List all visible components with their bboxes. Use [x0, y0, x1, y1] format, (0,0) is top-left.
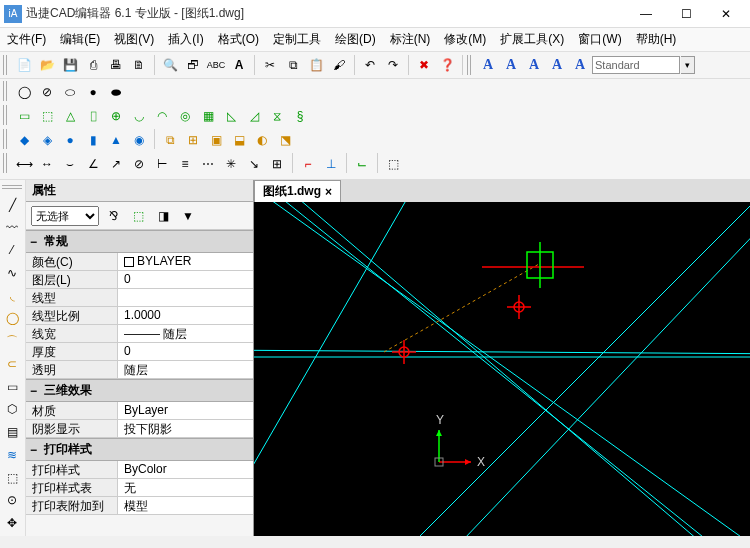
dim-arc-icon[interactable]: ⌣	[59, 153, 81, 175]
maximize-button[interactable]: ☐	[666, 1, 706, 27]
new-file-icon[interactable]: 📄	[13, 54, 35, 76]
solid-torus-icon[interactable]: ◉	[128, 129, 150, 151]
drawing-canvas[interactable]: X Y	[254, 202, 750, 536]
wave-tool-icon[interactable]: ≋	[2, 445, 22, 465]
circle-outline-icon[interactable]: ◯	[13, 81, 35, 103]
menu-dimension[interactable]: 标注(N)	[383, 28, 438, 51]
cylinder-outline-icon[interactable]: ⌷	[82, 105, 104, 127]
circle-tool-icon[interactable]: ◯	[2, 309, 22, 329]
polygon-tool-icon[interactable]: ⬡	[2, 400, 22, 420]
line-tool-icon[interactable]: ╱	[2, 195, 22, 215]
prop-row[interactable]: 线型	[26, 289, 253, 307]
menu-help[interactable]: 帮助(H)	[629, 28, 684, 51]
region-tool-icon[interactable]: ⬚	[2, 468, 22, 488]
menu-custom-tools[interactable]: 定制工具	[266, 28, 328, 51]
prop-row[interactable]: 颜色(C)BYLAYER	[26, 253, 253, 271]
box-icon[interactable]: ▭	[13, 105, 35, 127]
dome-icon[interactable]: ◠	[151, 105, 173, 127]
print-icon[interactable]: 🖶	[105, 54, 127, 76]
polyline-tool-icon[interactable]: 〰	[2, 218, 22, 238]
prop-value[interactable]: BYLAYER	[118, 253, 253, 270]
undo-icon[interactable]: ↶	[359, 54, 381, 76]
menu-view[interactable]: 视图(V)	[107, 28, 161, 51]
menu-window[interactable]: 窗口(W)	[571, 28, 628, 51]
sphere-icon[interactable]: ●	[82, 81, 104, 103]
region-icon[interactable]: ⧉	[159, 129, 181, 151]
text-style-a1-icon[interactable]: A	[477, 54, 499, 76]
dim-baseline-icon[interactable]: ≡	[174, 153, 196, 175]
grip-icon[interactable]	[2, 183, 22, 189]
torus-outline-icon[interactable]: ◎	[174, 105, 196, 127]
funnel-icon[interactable]: ▼	[177, 205, 199, 227]
dim-linear-icon[interactable]: ⟷	[13, 153, 35, 175]
zoom-icon[interactable]: 🔍	[159, 54, 181, 76]
quick-select-icon[interactable]: ◨	[152, 205, 174, 227]
prop-row[interactable]: 打印样式表无	[26, 479, 253, 497]
selection-combo[interactable]: 无选择	[31, 206, 99, 226]
redo-icon[interactable]: ↷	[382, 54, 404, 76]
prop-row[interactable]: 打印表附加到模型	[26, 497, 253, 515]
delete-icon[interactable]: ✖	[413, 54, 435, 76]
region3-icon[interactable]: ▣	[205, 129, 227, 151]
misc-tool-icon[interactable]: ⊙	[2, 490, 22, 510]
move-tool-icon[interactable]: ✥	[2, 513, 22, 533]
style-combo[interactable]	[592, 56, 680, 74]
prop-value[interactable]: 随层	[118, 361, 253, 378]
xline-tool-icon[interactable]: ∕	[2, 240, 22, 260]
paste-icon[interactable]: 📋	[305, 54, 327, 76]
cat-3d[interactable]: 三维效果	[26, 379, 253, 402]
dim-leader-icon[interactable]: ↘	[243, 153, 265, 175]
sweep-icon[interactable]: ⬔	[274, 129, 296, 151]
grip-icon[interactable]	[3, 55, 9, 75]
close-button[interactable]: ✕	[706, 1, 746, 27]
arc3-tool-icon[interactable]: ⊂	[2, 354, 22, 374]
solid-sphere-icon[interactable]: ●	[59, 129, 81, 151]
extrude-icon[interactable]: ⬓	[228, 129, 250, 151]
ucs1-icon[interactable]: ⌐	[297, 153, 319, 175]
text-style-a3-icon[interactable]: A	[523, 54, 545, 76]
spell-icon[interactable]: ABC	[205, 54, 227, 76]
prop-value[interactable]: 1.0000	[118, 307, 253, 324]
text-style-a2-icon[interactable]: A	[500, 54, 522, 76]
minimize-button[interactable]: —	[626, 1, 666, 27]
prop-value[interactable]: 0	[118, 271, 253, 288]
canvas-area[interactable]: 图纸1.dwg × X	[254, 180, 750, 536]
dim-aligned-icon[interactable]: ↔	[36, 153, 58, 175]
dim-radius-icon[interactable]: ↗	[105, 153, 127, 175]
save-icon[interactable]: 💾	[59, 54, 81, 76]
solid-diamond-icon[interactable]: ◈	[36, 129, 58, 151]
dim-continue-icon[interactable]: ⋯	[197, 153, 219, 175]
print-preview-icon[interactable]: 🗎	[128, 54, 150, 76]
wiresphere-icon[interactable]: ⊕	[105, 105, 127, 127]
saveas-icon[interactable]: ⎙	[82, 54, 104, 76]
sphere-hatched-icon[interactable]: ⊘	[36, 81, 58, 103]
tab-drawing1[interactable]: 图纸1.dwg ×	[254, 180, 341, 202]
cat-general[interactable]: 常规	[26, 230, 253, 253]
prop-value[interactable]: ByLayer	[118, 402, 253, 419]
dim-angle-icon[interactable]: ∠	[82, 153, 104, 175]
help-icon[interactable]: ❓	[436, 54, 458, 76]
text-tool-icon[interactable]: A	[228, 54, 250, 76]
pick-add-icon[interactable]: ⬚	[127, 205, 149, 227]
prop-row[interactable]: 线型比例1.0000	[26, 307, 253, 325]
dim-center-icon[interactable]: ✳	[220, 153, 242, 175]
arc2-tool-icon[interactable]: ⌒	[2, 331, 22, 351]
style-dropdown-icon[interactable]: ▾	[681, 56, 695, 74]
pyramid-outline-icon[interactable]: ◺	[220, 105, 242, 127]
text-style-a4-icon[interactable]: A	[546, 54, 568, 76]
cat-print[interactable]: 打印样式	[26, 438, 253, 461]
grip-icon[interactable]	[3, 129, 9, 149]
mesh-icon[interactable]: ▦	[197, 105, 219, 127]
grip-icon[interactable]	[3, 153, 9, 173]
spiral-icon[interactable]: §	[289, 105, 311, 127]
menu-draw[interactable]: 绘图(D)	[328, 28, 383, 51]
ellipse-solid-icon[interactable]: ⬬	[105, 81, 127, 103]
dim-diameter-icon[interactable]: ⊘	[128, 153, 150, 175]
grip-icon[interactable]	[3, 81, 9, 101]
prop-value[interactable]: 模型	[118, 497, 253, 514]
ellipse-outline-icon[interactable]: ⬭	[59, 81, 81, 103]
prop-value[interactable]: ——— 随层	[118, 325, 253, 342]
filter-icon[interactable]: ⅋	[102, 205, 124, 227]
dish-icon[interactable]: ◡	[128, 105, 150, 127]
ucs3-icon[interactable]: ⌙	[351, 153, 373, 175]
